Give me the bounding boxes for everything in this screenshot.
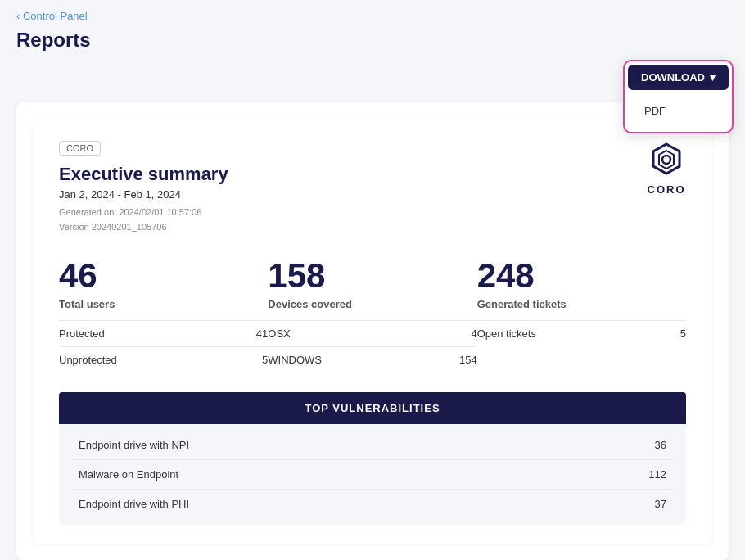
report-info: CORO Executive summary Jan 2, 2024 - Feb… bbox=[59, 141, 228, 234]
vuln-count-2: 37 bbox=[655, 498, 666, 510]
stat-block-tickets: 248 Generated tickets Open tickets 5 bbox=[477, 259, 686, 373]
vuln-row-2: Endpoint drive with PHI 37 bbox=[72, 490, 673, 518]
stat-detail-unprotected: Unprotected 5 bbox=[59, 346, 268, 373]
coro-logo: CORO bbox=[647, 141, 686, 196]
breadcrumb[interactable]: Control Panel bbox=[16, 10, 729, 22]
download-dropdown-menu: PDF bbox=[628, 93, 729, 129]
stat-detail-osx: OSX 4 bbox=[268, 320, 476, 346]
vuln-name-1: Malware on Endpoint bbox=[79, 468, 178, 481]
stat-detail-value-open-tickets: 5 bbox=[680, 327, 686, 340]
vuln-row-1: Malware on Endpoint 112 bbox=[72, 460, 673, 490]
pdf-option[interactable]: PDF bbox=[628, 98, 729, 124]
stat-detail-name-open-tickets: Open tickets bbox=[477, 327, 536, 340]
report-title: Executive summary bbox=[59, 164, 228, 185]
coro-logo-icon bbox=[647, 141, 686, 180]
stat-block-users: 46 Total users Protected 41 Unprotected … bbox=[59, 259, 268, 373]
vulnerabilities-header: TOP VULNERABILITIES bbox=[59, 392, 686, 424]
stat-detail-open-tickets: Open tickets 5 bbox=[477, 320, 686, 346]
vulnerabilities-table: Endpoint drive with NPI 36 Malware on En… bbox=[59, 424, 686, 525]
stat-number-users: 46 bbox=[59, 259, 268, 293]
stat-number-tickets: 248 bbox=[477, 259, 686, 293]
coro-tag: CORO bbox=[59, 141, 101, 156]
stat-label-devices: Devices covered bbox=[268, 298, 476, 310]
vulnerabilities-section: TOP VULNERABILITIES Endpoint drive with … bbox=[59, 392, 686, 525]
vuln-name-2: Endpoint drive with PHI bbox=[79, 498, 189, 510]
chevron-down-icon: ▾ bbox=[710, 71, 716, 84]
download-dropdown-highlight: DOWNLOAD ▾ PDF bbox=[623, 60, 734, 133]
stat-detail-name-unprotected: Unprotected bbox=[59, 354, 117, 366]
report-container: CORO Executive summary Jan 2, 2024 - Feb… bbox=[16, 102, 729, 560]
vuln-count-0: 36 bbox=[655, 439, 666, 451]
stat-detail-windows: WINDOWS 154 bbox=[268, 346, 476, 373]
stat-number-devices: 158 bbox=[268, 259, 476, 293]
page-wrapper: Control Panel Reports Date range DOWNLOA… bbox=[0, 0, 745, 560]
vuln-row-0: Endpoint drive with NPI 36 bbox=[72, 431, 673, 460]
stat-block-devices: 158 Devices covered OSX 4 WINDOWS 154 bbox=[268, 259, 476, 373]
stats-row: 46 Total users Protected 41 Unprotected … bbox=[59, 251, 686, 373]
stat-detail-name-windows: WINDOWS bbox=[268, 354, 322, 366]
stat-detail-value-protected: 41 bbox=[256, 327, 268, 340]
stat-label-users: Total users bbox=[59, 298, 268, 310]
coro-logo-text: CORO bbox=[648, 183, 686, 196]
stat-detail-value-osx: 4 bbox=[471, 327, 476, 340]
report-card: CORO Executive summary Jan 2, 2024 - Feb… bbox=[33, 118, 712, 544]
stat-detail-value-unprotected: 5 bbox=[262, 354, 268, 366]
top-bar: Date range DOWNLOAD ▾ PDF bbox=[16, 65, 729, 88]
download-button[interactable]: DOWNLOAD ▾ bbox=[628, 65, 729, 90]
stat-detail-name-protected: Protected bbox=[59, 327, 105, 340]
stat-detail-value-windows: 154 bbox=[459, 354, 477, 366]
report-generated-on: Generated on: 2024/02/01 10:57:06 Versio… bbox=[59, 205, 228, 234]
report-header: CORO Executive summary Jan 2, 2024 - Feb… bbox=[59, 141, 686, 234]
svg-point-0 bbox=[662, 156, 670, 164]
page-title: Reports bbox=[16, 29, 729, 52]
vuln-count-1: 112 bbox=[648, 468, 666, 481]
stat-label-tickets: Generated tickets bbox=[477, 298, 686, 310]
stat-detail-protected: Protected 41 bbox=[59, 320, 268, 346]
download-label: DOWNLOAD bbox=[641, 71, 705, 84]
vuln-name-0: Endpoint drive with NPI bbox=[79, 439, 189, 451]
stat-detail-name-osx: OSX bbox=[268, 327, 290, 340]
report-date-range: Jan 2, 2024 - Feb 1, 2024 bbox=[59, 188, 228, 201]
